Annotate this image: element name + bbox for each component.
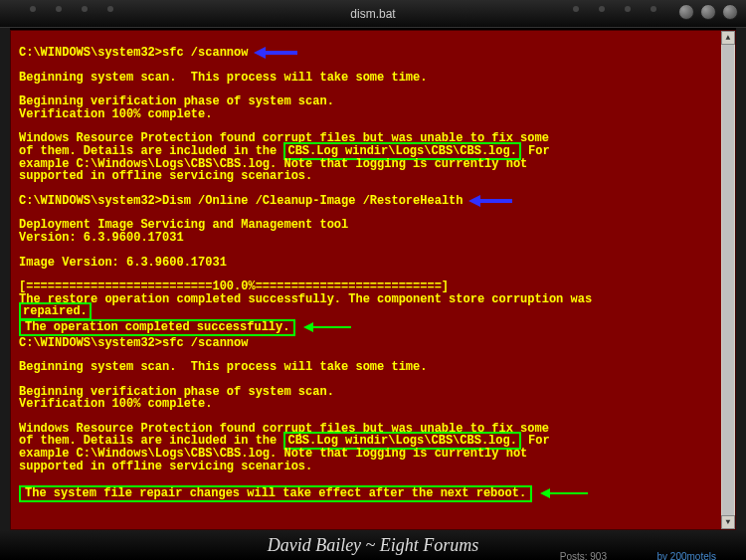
highlight-box: The system file repair changes will take… [19,485,532,502]
close-button[interactable] [722,4,738,20]
prompt: C:\WINDOWS\system32> [19,194,162,208]
progress-bar: [==========================100.0%=======… [19,280,727,293]
titlebar[interactable]: dism.bat [0,0,746,28]
titlebar-decoration [573,6,656,12]
highlight-box: The operation completed successfully. [19,319,295,336]
watermark-text: David Bailey ~ Eight Forums [268,535,479,556]
command: sfc /scannow [162,336,248,350]
output-line: The restore operation completed successf… [19,293,727,306]
window-border [736,28,746,530]
output-line: Version: 6.3.9600.17031 [19,232,727,245]
prompt: C:\WINDOWS\system32> [19,46,162,60]
footer: David Bailey ~ Eight Forums [0,530,746,560]
scroll-up-button[interactable]: ▲ [721,31,735,45]
output-line: example C:\Windows\Logs\CBS\CBS.log. Not… [19,448,727,461]
arrow-annotation-icon [472,196,522,206]
output-line: The system file repair changes will take… [19,484,727,503]
output-line: supported in offline servicing scenarios… [19,461,727,473]
output-line: The operation completed successfully. [19,318,727,337]
output-line: Beginning system scan. This process will… [19,361,727,374]
prompt: C:\WINDOWS\system32> [19,336,162,350]
window-controls [678,4,738,20]
terminal-output[interactable]: C:\WINDOWS\system32>sfc /scannow Beginni… [10,30,736,530]
window-border [0,28,10,530]
command: Dism /Online /Cleanup-Image /RestoreHeal… [162,194,463,208]
output-line: Beginning verification phase of system s… [19,95,727,108]
output-line: Image Version: 6.3.9600.17031 [19,257,727,270]
output-line: of them. Details are included in the CBS… [19,145,727,158]
output-line: supported in offline servicing scenarios… [19,170,727,183]
output-line: Verification 100% complete. [19,398,727,411]
scrollbar[interactable]: ▲ ▼ [721,31,735,529]
terminal-window: dism.bat C:\WINDOWS\system32>sfc /scanno… [0,0,746,560]
command: sfc /scannow [162,46,248,60]
window-title: dism.bat [350,7,395,21]
minimize-button[interactable] [678,4,694,20]
scroll-down-button[interactable]: ▼ [721,515,735,529]
arrow-annotation-icon [301,322,351,332]
scroll-thumb[interactable] [722,45,734,515]
output-line: Beginning system scan. This process will… [19,72,727,85]
titlebar-decoration [30,6,113,12]
output-line: repaired. [19,305,727,318]
posts-count: Posts: 903 [560,551,607,560]
output-line: Verification 100% complete. [19,108,727,121]
maximize-button[interactable] [700,4,716,20]
author-link[interactable]: by 200motels [657,551,716,560]
arrow-annotation-icon [538,488,588,498]
arrow-annotation-icon [258,48,307,58]
